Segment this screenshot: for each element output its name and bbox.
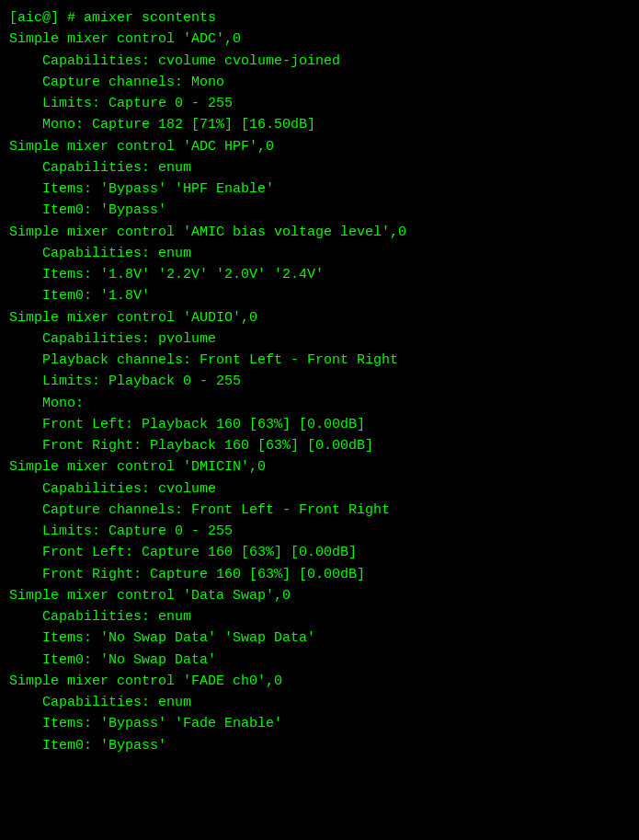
terminal-line: Items: 'Bypass' 'HPF Enable': [9, 178, 630, 200]
terminal-line: Playback channels: Front Left - Front Ri…: [9, 350, 630, 371]
terminal-line: Capabilities: enum: [9, 243, 630, 264]
terminal-line: Capabilities: enum: [9, 157, 630, 178]
terminal-line: Simple mixer control 'AUDIO',0: [9, 307, 630, 328]
terminal-line: Front Left: Capture 160 [63%] [0.00dB]: [9, 542, 630, 563]
terminal-line: Mono:: [9, 393, 630, 414]
terminal-line: Simple mixer control 'AMIC bias voltage …: [9, 222, 630, 243]
terminal-line: Item0: 'Bypass': [9, 735, 630, 756]
terminal-output: [aic@] # amixer scontentsSimple mixer co…: [9, 7, 630, 756]
terminal-line: Capabilities: pvolume: [9, 328, 630, 350]
terminal-line: Limits: Capture 0 - 255: [9, 93, 630, 114]
terminal-line: Capabilities: enum: [9, 606, 630, 627]
terminal-line: Item0: '1.8V': [9, 285, 630, 306]
terminal-line: Capabilities: cvolume: [9, 478, 630, 500]
terminal-line: Capture channels: Mono: [9, 72, 630, 93]
terminal-line: Mono: Capture 182 [71%] [16.50dB]: [9, 114, 630, 135]
terminal-line: Front Right: Playback 160 [63%] [0.00dB]: [9, 435, 630, 456]
terminal-line: Front Left: Playback 160 [63%] [0.00dB]: [9, 414, 630, 435]
terminal-line: [aic@] # amixer scontents: [9, 7, 630, 29]
terminal-line: Capture channels: Front Left - Front Rig…: [9, 500, 630, 521]
terminal-line: Simple mixer control 'Data Swap',0: [9, 585, 630, 606]
terminal-line: Simple mixer control 'ADC HPF',0: [9, 136, 630, 157]
terminal-line: Simple mixer control 'ADC',0: [9, 29, 630, 50]
terminal-line: Simple mixer control 'DMICIN',0: [9, 456, 630, 478]
terminal-line: Capabilities: enum: [9, 692, 630, 713]
terminal-line: Limits: Playback 0 - 255: [9, 371, 630, 392]
terminal-line: Simple mixer control 'FADE ch0',0: [9, 671, 630, 692]
terminal-line: Limits: Capture 0 - 255: [9, 521, 630, 542]
terminal-line: Capabilities: cvolume cvolume-joined: [9, 51, 630, 72]
terminal-line: Items: 'Bypass' 'Fade Enable': [9, 713, 630, 734]
terminal-line: Front Right: Capture 160 [63%] [0.00dB]: [9, 564, 630, 585]
terminal-line: Items: '1.8V' '2.2V' '2.0V' '2.4V': [9, 264, 630, 285]
terminal-line: Item0: 'No Swap Data': [9, 650, 630, 671]
terminal-line: Item0: 'Bypass': [9, 200, 630, 221]
terminal-line: Items: 'No Swap Data' 'Swap Data': [9, 627, 630, 649]
